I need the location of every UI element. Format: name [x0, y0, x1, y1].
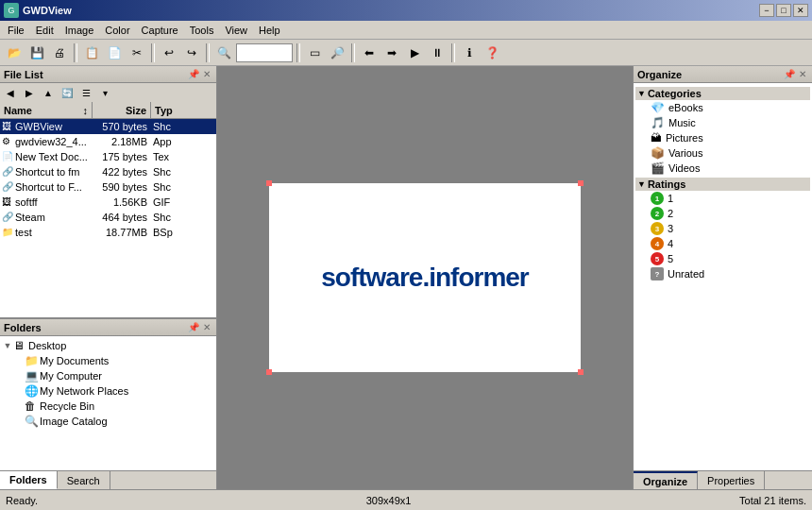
menu-edit[interactable]: Edit: [30, 23, 59, 38]
tb-zoom-btn[interactable]: 🔍: [213, 42, 234, 63]
folders-pin[interactable]: 📌: [188, 322, 199, 332]
tree-expander[interactable]: ▼: [2, 341, 13, 350]
left-panel: File List 📌 ✕ ◀ ▶ ▲ 🔄 ☰ ▾ Name ↕: [0, 66, 217, 489]
org-category-item[interactable]: 📦Various: [635, 145, 810, 161]
ft-more-btn[interactable]: ▾: [96, 84, 113, 101]
tree-item-row[interactable]: ▼🖥Desktop: [2, 338, 214, 353]
tree-folder-icon: 🔍: [25, 415, 38, 428]
tree-item[interactable]: 🌐My Network Places: [2, 383, 214, 399]
menu-tools[interactable]: Tools: [184, 23, 220, 38]
org-ratings-header[interactable]: ▼Ratings: [635, 178, 810, 191]
tree-label: Desktop: [28, 340, 66, 351]
tree-item[interactable]: 📁My Documents: [2, 353, 214, 368]
file-row[interactable]: 🖼 softff 1.56KB GIF: [0, 195, 216, 210]
tb-rect-btn[interactable]: ▭: [304, 42, 325, 63]
close-button[interactable]: ✕: [793, 4, 808, 17]
ft-back-btn[interactable]: ◀: [2, 84, 19, 101]
tree-item-row[interactable]: 🌐My Network Places: [2, 383, 214, 399]
menu-help[interactable]: Help: [253, 23, 286, 38]
organize-close[interactable]: ✕: [797, 69, 808, 79]
file-row[interactable]: 📄 New Text Doc... 175 bytes Tex: [0, 149, 216, 164]
org-category-item[interactable]: 🎬Videos: [635, 161, 810, 176]
menu-view[interactable]: View: [219, 23, 253, 38]
toolbar: 📂 💾 🖨 📋 📄 ✂ ↩ ↪ 🔍 ▭ 🔎 ⬅ ➡ ▶ ⏸ ℹ ❓: [0, 40, 812, 66]
file-row[interactable]: 🔗 Shortcut to F... 590 bytes Shc: [0, 179, 216, 195]
file-row[interactable]: ⚙ gwdview32_4... 2.18MB App: [0, 134, 216, 149]
tb-copy-btn[interactable]: 📋: [81, 42, 102, 63]
tb-cut-btn[interactable]: ✂: [127, 42, 147, 63]
org-categories-header[interactable]: ▼Categories: [635, 87, 810, 100]
org-category-item[interactable]: 🎵Music: [635, 115, 810, 130]
org-rating-item[interactable]: ?Unrated: [635, 266, 810, 281]
org-rating-item[interactable]: 22: [635, 206, 810, 221]
organize-pin[interactable]: 📌: [784, 69, 795, 79]
tree-item[interactable]: 🔍Image Catalog: [2, 414, 214, 429]
tree-item-row[interactable]: 🔍Image Catalog: [2, 414, 214, 429]
tb-print-btn[interactable]: 🖨: [49, 42, 70, 63]
file-row[interactable]: 🔗 Steam 464 bytes Shc: [0, 210, 216, 225]
tree-item[interactable]: 🗑Recycle Bin: [2, 399, 214, 414]
org-rating-item[interactable]: 11: [635, 191, 810, 206]
minimize-button[interactable]: −: [759, 4, 774, 17]
ft-up-btn[interactable]: ▲: [40, 84, 57, 101]
tb-back-btn[interactable]: ⬅: [359, 42, 380, 63]
col-size-header[interactable]: Size: [93, 102, 151, 118]
maximize-button[interactable]: □: [776, 4, 791, 17]
org-rating-item[interactable]: 44: [635, 236, 810, 251]
tb-info-btn[interactable]: ℹ: [459, 42, 480, 63]
status-right: Total 21 items.: [739, 495, 806, 506]
menu-color[interactable]: Color: [99, 23, 135, 38]
col-type-header[interactable]: Typ: [151, 102, 189, 118]
menu-image[interactable]: Image: [59, 23, 100, 38]
tab-folders[interactable]: Folders: [0, 471, 58, 489]
file-cell-name: 🔗 Steam: [0, 212, 93, 223]
tab-organize[interactable]: Organize: [634, 471, 698, 489]
folders-close[interactable]: ✕: [201, 322, 212, 332]
file-icon: 📁: [2, 227, 13, 238]
tb-pause-btn[interactable]: ⏸: [427, 42, 448, 63]
ft-view-btn[interactable]: ☰: [77, 84, 94, 101]
file-list-close[interactable]: ✕: [201, 69, 212, 79]
tb-redo-btn[interactable]: ↪: [181, 42, 202, 63]
tree-item-row[interactable]: 💻My Computer: [2, 368, 214, 383]
tb-play-btn[interactable]: ▶: [404, 42, 425, 63]
org-rating-item[interactable]: 33: [635, 221, 810, 236]
organize-header: Organize 📌 ✕: [634, 66, 812, 83]
file-list-pin[interactable]: 📌: [188, 69, 199, 79]
col-name-header[interactable]: Name ↕: [0, 102, 93, 118]
file-list[interactable]: 🖼 GWBView 570 bytes Shc ⚙ gwdview32_4...…: [0, 119, 216, 317]
tree-item-row[interactable]: 🗑Recycle Bin: [2, 399, 214, 414]
rating-icon: 4: [651, 237, 664, 250]
file-row[interactable]: 🔗 Shortcut to fm 422 bytes Shc: [0, 164, 216, 179]
tree-item[interactable]: ▼🖥Desktop 📁My Documents 💻My Computer 🌐My…: [2, 338, 214, 429]
file-row[interactable]: 📁 test 18.77MB BSp: [0, 225, 216, 240]
org-category-item[interactable]: 💎eBooks: [635, 100, 810, 115]
tb-save-btn[interactable]: 💾: [26, 42, 47, 63]
file-list-header: File List 📌 ✕: [0, 66, 216, 83]
menu-bar: File Edit Image Color Capture Tools View…: [0, 21, 812, 40]
tb-zoom-in-btn[interactable]: 🔎: [327, 42, 347, 63]
org-rating-item[interactable]: 55: [635, 251, 810, 266]
tab-search[interactable]: Search: [58, 471, 110, 489]
org-ratings-section: ▼Ratings1122334455?Unrated: [635, 178, 810, 281]
tb-open-btn[interactable]: 📂: [4, 42, 25, 63]
tree-item[interactable]: 💻My Computer: [2, 368, 214, 383]
ft-forward-btn[interactable]: ▶: [21, 84, 38, 101]
ft-refresh-btn[interactable]: 🔄: [59, 84, 76, 101]
menu-file[interactable]: File: [2, 23, 30, 38]
category-label: Pictures: [666, 132, 703, 144]
menu-capture[interactable]: Capture: [136, 23, 184, 38]
zoom-input[interactable]: [236, 43, 293, 62]
org-category-item[interactable]: 🏔Pictures: [635, 130, 810, 145]
folder-tree[interactable]: ▼🖥Desktop 📁My Documents 💻My Computer 🌐My…: [0, 336, 216, 470]
tree-folder-icon: 🌐: [25, 384, 38, 398]
tb-paste-btn[interactable]: 📄: [104, 42, 125, 63]
tb-undo-btn[interactable]: ↩: [159, 42, 179, 63]
rating-icon: 3: [651, 222, 664, 235]
tab-properties[interactable]: Properties: [698, 471, 765, 489]
tree-item-row[interactable]: 📁My Documents: [2, 353, 214, 368]
category-icon: 💎: [651, 101, 665, 114]
file-row[interactable]: 🖼 GWBView 570 bytes Shc: [0, 119, 216, 134]
tb-forward-btn[interactable]: ➡: [381, 42, 402, 63]
tb-help-btn[interactable]: ❓: [482, 42, 502, 63]
